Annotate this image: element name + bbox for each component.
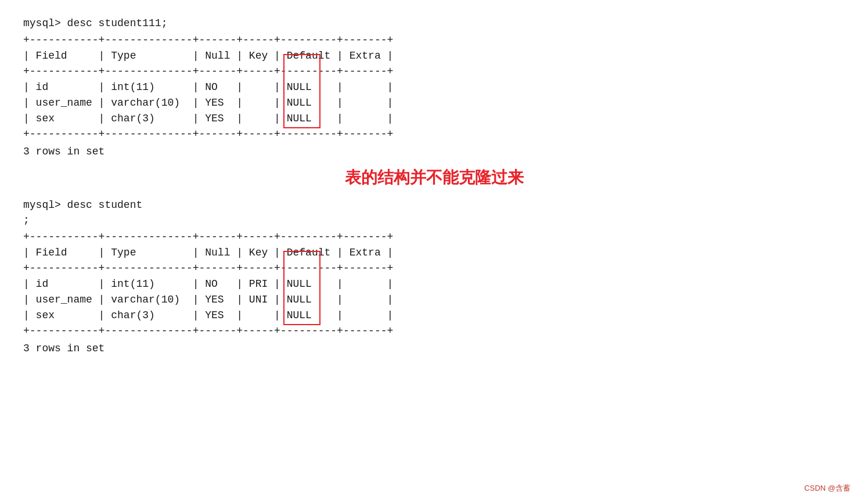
- table2-header: | Field | Type | Null | Key | Default | …: [23, 245, 393, 261]
- table1-row2: | user_name | varchar(10) | YES | | NULL…: [23, 95, 393, 111]
- table2-row2: | user_name | varchar(10) | YES | UNI | …: [23, 292, 393, 308]
- table1-row3: | sex | char(3) | YES | | NULL | |: [23, 111, 393, 127]
- table-1: +-----------+--------------+------+-----…: [23, 33, 393, 142]
- table2-row3: | sex | char(3) | YES | | NULL | |: [23, 308, 393, 323]
- table1-separator-bot: +-----------+--------------+------+-----…: [23, 127, 393, 142]
- terminal-content: mysql> desc student111; +-----------+---…: [23, 17, 845, 354]
- table1-row1: | id | int(11) | NO | | NULL | |: [23, 80, 393, 95]
- command-1: mysql> desc student111;: [23, 17, 845, 29]
- table1-header: | Field | Type | Null | Key | Default | …: [23, 48, 393, 64]
- annotation-text: 表的结构并不能克隆过来: [23, 167, 845, 189]
- rows-count-2: 3 rows in set: [23, 343, 845, 354]
- table-2: +-----------+--------------+------+-----…: [23, 229, 393, 339]
- table2-separator-bot: +-----------+--------------+------+-----…: [23, 323, 393, 339]
- table2-separator-top: +-----------+--------------+------+-----…: [23, 229, 393, 245]
- command-2-line1: mysql> desc student: [23, 199, 845, 211]
- command-2-line2: ;: [23, 214, 845, 226]
- table1-separator-mid: +-----------+--------------+------+-----…: [23, 64, 393, 80]
- csdn-watermark: CSDN @含蓄: [804, 483, 851, 494]
- table2-separator-mid: +-----------+--------------+------+-----…: [23, 261, 393, 276]
- rows-count-1: 3 rows in set: [23, 146, 845, 157]
- table2-row1: | id | int(11) | NO | PRI | NULL | |: [23, 276, 393, 292]
- table1-separator-top: +-----------+--------------+------+-----…: [23, 33, 393, 48]
